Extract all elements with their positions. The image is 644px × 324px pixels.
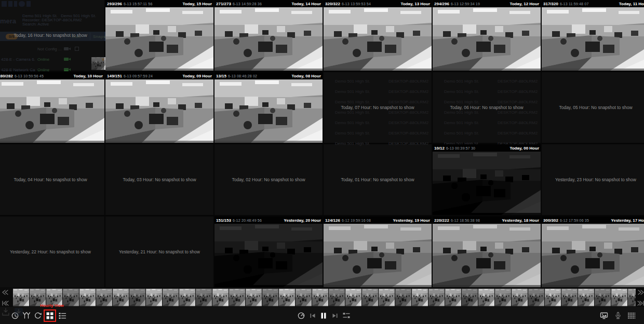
no-snapshot-label: Today, 07 Hour: No snapshot to show [341, 105, 414, 110]
cctv-scene [542, 224, 644, 287]
snapshot-cell[interactable]: 124/1266-12 19:59:16 08Yesterday, 19 Hou… [324, 217, 432, 287]
grid-view-icon[interactable] [627, 312, 636, 320]
cctv-scene [324, 7, 432, 71]
playback-settings-icon[interactable] [342, 312, 351, 320]
snapshot-header: 300/3026-12 17:59:06 35Yesterday, 17 Hou… [542, 217, 644, 224]
filmstrip-frame [578, 289, 595, 306]
empty-hour-cell[interactable]: Yesterday, 23 Hour: No snapshot to show [542, 144, 644, 215]
timeline-scroll-left-icon[interactable] [1, 288, 9, 294]
filmstrip-frame [96, 289, 113, 306]
previous-frame-icon[interactable] [308, 312, 317, 320]
snapshot-timestamp: 6-13 15:57:11 56 [124, 2, 153, 6]
snapshot-cell[interactable]: 280/2826-13 10:59:56 45Today, 10 Hour [0, 72, 104, 143]
snapshot-hour-label: Yesterday, 20 Hour [284, 218, 321, 223]
snapshot-counter: 13/15 [216, 74, 226, 78]
snapshot-cell[interactable]: 151/1536-12 20:48:49 56Yesterday, 20 Hou… [214, 217, 323, 287]
timeline-skip-end-icon[interactable] [637, 299, 644, 305]
filmstrip-frame [329, 289, 345, 306]
snapshot-image [433, 224, 541, 287]
cctv-scene [329, 289, 345, 306]
cctv-scene [279, 289, 295, 306]
empty-hour-cell[interactable]: Today, 04 Hour: No snapshot to show [0, 144, 104, 215]
cctv-scene [428, 289, 445, 306]
cctv-scene [214, 79, 323, 143]
empty-hour-cell[interactable]: Today, 01 Hour: No snapshot to show [324, 144, 432, 215]
cctv-scene [229, 289, 245, 306]
timeline-skip-start-icon[interactable] [1, 299, 9, 305]
snapshot-cell[interactable]: 300/3026-12 17:59:06 35Yesterday, 17 Hou… [542, 217, 644, 287]
list-view-icon[interactable] [58, 312, 66, 320]
filmstrip-frame [79, 289, 96, 306]
filmstrip-frame [561, 289, 578, 306]
no-snapshot-label: Yesterday, 21 Hour: No snapshot to show [119, 249, 200, 254]
cctv-scene [312, 289, 328, 306]
snapshot-counter: 300/302 [543, 218, 558, 223]
snapshot-header: 271/2736-13 14:59:28 36Today, 14 Hour [214, 0, 323, 7]
empty-hour-cell[interactable]: Today, 03 Hour: No snapshot to show [105, 144, 213, 215]
snapshot-header: 280/2826-13 10:59:56 45Today, 10 Hour [0, 72, 104, 79]
snapshot-cell[interactable]: 220/2226-12 18:56:38 98Yesterday, 18 Hou… [433, 217, 541, 287]
no-snapshot-label: Yesterday, 23 Hour: No snapshot to show [555, 177, 636, 182]
cctv-scene [96, 289, 112, 306]
cctv-scene [163, 289, 179, 306]
background-export-icon [2, 308, 9, 318]
snapshot-cell[interactable]: 294/2966-13 12:59:34 19Today, 12 Hour [433, 0, 541, 71]
filmstrip-frame [296, 289, 312, 306]
snapshot-image [324, 7, 432, 71]
timeline-filmstrip[interactable] [13, 289, 636, 306]
filmstrip-frame [379, 289, 395, 306]
next-frame-icon[interactable] [331, 312, 339, 320]
empty-hour-cell[interactable]: Yesterday, 21 Hour: No snapshot to show [105, 217, 213, 287]
cctv-scene [512, 289, 528, 306]
snapshot-hour-label: Today, 00 Hour [509, 146, 539, 151]
snapshot-counter: 10/12 [434, 146, 445, 151]
snapshot-timestamp: 6-13 08:46:28 02 [228, 74, 257, 78]
snapshot-cell[interactable]: 10/126-13 00:39:57 30Today, 00 Hour [433, 144, 541, 215]
snapshot-image [105, 79, 213, 143]
snapshot-hour-label: Yesterday, 18 Hour [502, 218, 539, 223]
filmstrip-frame [163, 289, 179, 306]
snapshot-cell[interactable]: 271/2736-13 14:59:28 36Today, 14 Hour [214, 0, 323, 71]
snapshot-cell[interactable]: 317/3206-13 11:59:48 07Today, 11 Hour [542, 0, 644, 71]
snapshot-header: 124/1266-12 19:59:16 08Yesterday, 19 Hou… [324, 217, 432, 224]
snapshot-timestamp: 6-13 11:59:48 07 [560, 2, 589, 6]
empty-hour-cell[interactable]: Today, 02 Hour: No snapshot to show [214, 144, 323, 215]
snapshot-image [433, 152, 541, 215]
microphone-icon[interactable] [614, 312, 622, 320]
empty-hour-cell[interactable]: Yesterday, 22 Hour: No snapshot to show [0, 217, 104, 287]
snapshot-hour-label: Yesterday, 19 Hour [393, 218, 430, 223]
empty-hour-cell[interactable]: Today, 06 Hour: No snapshot to show [433, 72, 541, 143]
display-icon[interactable] [600, 312, 608, 320]
empty-hour-cell[interactable]: Today, 05 Hour: No snapshot to show [542, 72, 644, 143]
empty-hour-cell[interactable]: Today, 16 Hour: No snapshot to show [0, 0, 104, 71]
snapshot-cell[interactable]: 320/3226-13 13:59:53 54Today, 13 Hour [324, 0, 432, 71]
filmstrip-frame [628, 289, 636, 306]
empty-hour-cell[interactable]: Today, 07 Hour: No snapshot to show [324, 72, 432, 143]
snapshot-counter: 317/320 [543, 2, 558, 6]
snapshot-cell[interactable]: 293/2966-13 15:57:11 56Today, 15 Hour [105, 0, 213, 71]
snapshot-cell[interactable]: 149/1516-13 09:57:59 24Today, 09 Hour [105, 72, 213, 143]
cctv-scene [433, 152, 541, 215]
cctv-scene [545, 289, 561, 306]
speed-icon[interactable] [297, 312, 305, 320]
snapshot-timestamp: 6-13 09:57:59 24 [124, 74, 153, 78]
snapshot-cell[interactable]: 13/156-13 08:46:28 02Today, 08 Hour [214, 72, 323, 143]
no-snapshot-label: Today, 03 Hour: No snapshot to show [123, 177, 196, 182]
timeline-scroll-right-icon[interactable] [637, 288, 644, 294]
filmstrip-frame [428, 289, 445, 306]
pause-button[interactable] [319, 312, 328, 320]
cctv-scene [13, 289, 29, 306]
cctv-scene [324, 224, 432, 287]
filmstrip-frame [611, 289, 628, 306]
snapshot-hour-label: Today, 13 Hour [400, 2, 430, 6]
cctv-scene [105, 79, 213, 143]
filmstrip-frame [512, 289, 528, 306]
filter-icon[interactable] [22, 312, 31, 320]
cctv-scene [445, 289, 461, 306]
snapshot-counter: 220/222 [434, 218, 449, 223]
sync-icon[interactable] [34, 312, 42, 320]
filmstrip-frame [345, 289, 362, 306]
hourly-grid-icon[interactable] [44, 309, 56, 322]
cctv-scene [212, 289, 229, 306]
cctv-scene [345, 289, 361, 306]
